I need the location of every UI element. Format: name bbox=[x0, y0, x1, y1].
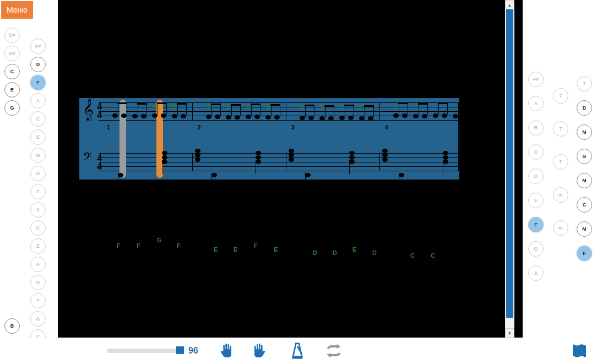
note bbox=[132, 114, 138, 118]
note-button-F[interactable]: F bbox=[30, 75, 46, 90]
note bbox=[181, 114, 186, 118]
falling-note-label: D bbox=[333, 249, 337, 256]
bass-chord-note bbox=[289, 153, 294, 157]
chord-button-D[interactable]: D bbox=[577, 100, 592, 116]
note bbox=[402, 113, 408, 118]
falling-note-label: E bbox=[214, 246, 218, 253]
chord-button-M[interactable]: M bbox=[577, 221, 592, 237]
note-button-G[interactable]: G bbox=[4, 100, 20, 116]
chord-button-C[interactable]: C bbox=[577, 197, 592, 213]
scrollbar-thumb[interactable] bbox=[506, 9, 513, 318]
scroll-up-button[interactable]: ▴ bbox=[505, 0, 514, 9]
note bbox=[265, 115, 271, 119]
tempo-slider-knob[interactable] bbox=[176, 346, 184, 354]
bass-note bbox=[399, 173, 404, 177]
note-button-F#[interactable]: F# bbox=[30, 39, 46, 54]
chord-button-A[interactable]: A bbox=[528, 265, 544, 281]
bass-chord-note bbox=[256, 151, 261, 155]
note-button-B[interactable]: B bbox=[4, 318, 20, 334]
bass-note bbox=[211, 173, 217, 177]
note-button-C[interactable]: C bbox=[4, 64, 20, 79]
note-button-D#[interactable]: D# bbox=[4, 28, 20, 43]
note bbox=[393, 113, 399, 118]
chord-button-7[interactable]: 7 bbox=[553, 88, 568, 104]
chord-button-7[interactable]: 7 bbox=[553, 121, 568, 137]
metronome-button[interactable] bbox=[287, 341, 307, 361]
bass-chord-note bbox=[256, 155, 261, 160]
bass-chord-note bbox=[476, 149, 481, 153]
chord-button-M[interactable]: M bbox=[577, 124, 592, 140]
bass-note bbox=[305, 173, 311, 177]
note bbox=[161, 113, 166, 118]
chord-button-F[interactable]: F bbox=[528, 217, 544, 232]
bass-chord-note bbox=[476, 153, 481, 157]
chord-button-D[interactable]: D bbox=[528, 169, 544, 184]
chord-button-C[interactable]: C bbox=[528, 144, 544, 160]
bottom-toolbar: 96 bbox=[0, 338, 597, 364]
bass-chord-note bbox=[443, 151, 448, 155]
falling-note-label: C bbox=[431, 252, 435, 259]
chord-button-F[interactable]: F bbox=[577, 246, 592, 261]
chord-button-M[interactable]: M bbox=[577, 173, 592, 188]
note-button-E[interactable]: E bbox=[30, 238, 46, 254]
vertical-scrollbar[interactable]: ▴ ▾ bbox=[505, 0, 514, 338]
note-name-label: D bbox=[321, 104, 324, 110]
tempo-slider[interactable] bbox=[107, 349, 184, 353]
falling-note-label: F bbox=[117, 242, 121, 249]
note-button-A[interactable]: A bbox=[30, 93, 46, 108]
note bbox=[339, 116, 345, 120]
bass-chord-note bbox=[382, 149, 388, 153]
chord-button-A[interactable]: A bbox=[528, 96, 544, 111]
right-hand-button[interactable] bbox=[251, 341, 271, 361]
note-button-C[interactable]: C bbox=[30, 111, 46, 127]
treble-clef-icon: 𝄞 bbox=[83, 99, 94, 121]
falling-note-label: E bbox=[352, 246, 356, 253]
note-name-label: C bbox=[394, 104, 398, 110]
note-button-G[interactable]: G bbox=[30, 311, 46, 327]
falling-note-label: F bbox=[177, 242, 181, 249]
note-button-A[interactable]: A bbox=[30, 202, 46, 218]
chord-button-7[interactable]: 7 bbox=[553, 154, 568, 170]
chord-button-F#[interactable]: F# bbox=[528, 72, 544, 87]
scroll-down-button[interactable]: ▾ bbox=[505, 328, 514, 338]
note-button-C[interactable]: C bbox=[30, 220, 46, 236]
note-name-label: E bbox=[227, 104, 231, 110]
note-button-F[interactable]: F bbox=[30, 184, 46, 199]
note-button-D[interactable]: D bbox=[30, 57, 46, 72]
menu-button[interactable]: Меню bbox=[1, 1, 33, 19]
note-button-E[interactable]: E bbox=[30, 129, 46, 145]
note-button-F[interactable]: F bbox=[30, 293, 46, 308]
left-hand-button[interactable] bbox=[215, 341, 235, 361]
note-button-G[interactable]: G bbox=[30, 148, 46, 163]
bass-chord-note bbox=[382, 153, 388, 157]
chord-button-m[interactable]: m bbox=[553, 187, 568, 203]
note-button-G#[interactable]: G# bbox=[4, 46, 20, 61]
note-button-E[interactable]: E bbox=[4, 82, 20, 97]
music-staff: 𝄞 𝄢 44 44 1 2 3 4 CCEEEEDDDDCCCC bbox=[79, 98, 459, 180]
note bbox=[141, 114, 146, 118]
note bbox=[300, 116, 305, 120]
falling-note-label: C bbox=[410, 252, 415, 259]
note-button-D[interactable]: D bbox=[30, 166, 46, 181]
playhead-start[interactable] bbox=[120, 100, 126, 178]
chord-button-G[interactable]: G bbox=[577, 149, 592, 164]
loop-button[interactable] bbox=[324, 341, 344, 361]
bass-chord-note bbox=[349, 151, 355, 155]
note bbox=[328, 116, 334, 121]
note-button-D[interactable]: D bbox=[30, 275, 46, 290]
note-button-A[interactable]: A bbox=[30, 257, 46, 272]
chord-button-7[interactable]: 7 bbox=[577, 76, 592, 91]
bass-chord-note bbox=[476, 157, 481, 162]
chord-button-G[interactable]: G bbox=[528, 241, 544, 257]
bass-chord-note bbox=[289, 157, 294, 162]
chord-button-E[interactable]: E bbox=[528, 193, 544, 208]
chord-button-m[interactable]: m bbox=[553, 220, 568, 236]
note bbox=[422, 114, 427, 118]
time-signature-treble: 44 bbox=[97, 102, 102, 119]
sheet-music-area: ▴ ▾ 𝄞 𝄢 44 44 1 2 3 4 bbox=[60, 0, 514, 338]
chord-button-B[interactable]: B bbox=[528, 120, 544, 135]
note bbox=[206, 115, 211, 119]
falling-note-label: F bbox=[137, 242, 140, 249]
bass-chord-note bbox=[195, 149, 200, 153]
view-mode-button[interactable] bbox=[569, 341, 589, 361]
